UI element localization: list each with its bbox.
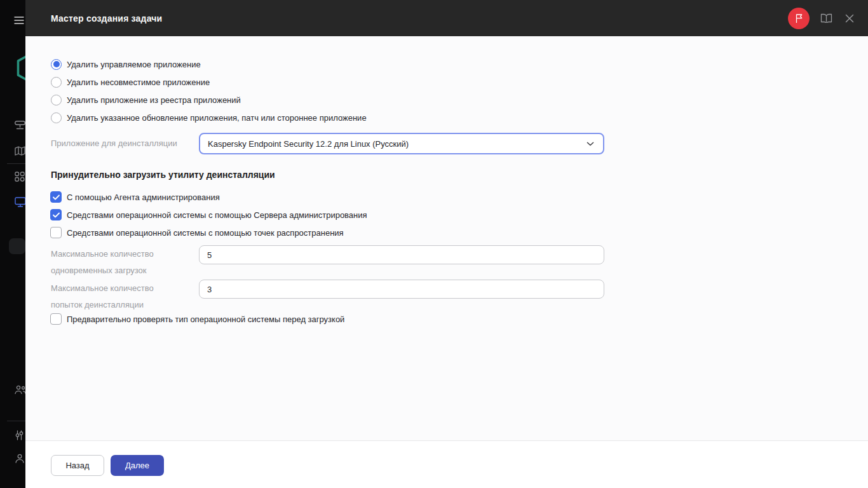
- radio-option-managed-app[interactable]: Удалить управляемое приложение: [51, 55, 201, 73]
- close-icon: [845, 14, 854, 23]
- checkbox-label: Средствами операционной системы с помощь…: [67, 228, 344, 238]
- max-attempts-input[interactable]: [199, 280, 604, 299]
- checkbox-network-agent[interactable]: С помощью Агента администрирования: [50, 188, 220, 206]
- app-select-dropdown[interactable]: Kaspersky Endpoint Security 12.2 для Lin…: [199, 133, 604, 154]
- sidebar-divider: [7, 163, 25, 164]
- whats-new-flag-button[interactable]: [788, 8, 810, 29]
- next-button[interactable]: Далее: [111, 455, 164, 476]
- max-downloads-label: Максимальное количество одновременных за…: [51, 246, 168, 279]
- sliders-icon[interactable]: [15, 430, 24, 443]
- radio-icon: [51, 95, 62, 105]
- close-button[interactable]: [843, 11, 857, 25]
- monitoring-icon[interactable]: [15, 120, 25, 132]
- check-icon: [53, 212, 60, 218]
- wizard-footer: Назад Далее: [25, 440, 868, 488]
- active-nav-highlight: [9, 238, 25, 254]
- dialog-header: Мастер создания задачи: [25, 0, 868, 36]
- kaspersky-logo: [17, 52, 25, 86]
- checkbox-icon: [50, 227, 62, 238]
- force-section-title: Принудительно загрузить утилиту деинстал…: [51, 170, 275, 180]
- checkbox-os-distribution-points[interactable]: Средствами операционной системы с помощь…: [50, 224, 344, 241]
- radio-option-registry-app[interactable]: Удалить приложение из реестра приложений: [51, 91, 241, 109]
- help-book-button[interactable]: [819, 11, 833, 25]
- apps-grid-icon[interactable]: [15, 172, 25, 184]
- wizard-body: Удалить управляемое приложение Удалить н…: [25, 36, 868, 488]
- back-button[interactable]: Назад: [51, 455, 104, 476]
- chevron-down-icon: [587, 142, 594, 146]
- check-icon: [53, 194, 60, 200]
- user-icon[interactable]: [15, 454, 25, 466]
- task-wizard-dialog: Мастер создания задачи Удалить управляем…: [25, 0, 868, 488]
- dialog-title: Мастер создания задачи: [51, 13, 162, 24]
- book-icon: [820, 13, 832, 23]
- app-select-value: Kaspersky Endpoint Security 12.2 для Lin…: [208, 139, 409, 149]
- radio-label: Удалить управляемое приложение: [67, 60, 201, 69]
- checkbox-os-admin-server[interactable]: Средствами операционной системы с помощь…: [50, 206, 367, 224]
- radio-option-update-patch[interactable]: Удалить указанное обновление приложения,…: [51, 109, 367, 126]
- radio-icon: [51, 59, 62, 70]
- app-sidebar: [0, 0, 25, 488]
- checkbox-verify-os-type[interactable]: Предварительно проверять тип операционно…: [50, 310, 344, 328]
- radio-option-incompatible-app[interactable]: Удалить несовместимое приложение: [51, 73, 210, 91]
- checkbox-label: Средствами операционной системы с помощь…: [67, 210, 367, 220]
- radio-label: Удалить несовместимое приложение: [67, 78, 210, 87]
- checkbox-icon: [50, 313, 62, 325]
- app-select-label: Приложение для деинсталляции: [51, 135, 197, 152]
- max-downloads-input[interactable]: [199, 245, 604, 264]
- flag-icon: [794, 13, 804, 24]
- menu-icon[interactable]: [14, 15, 24, 27]
- checkbox-label: С помощью Агента администрирования: [67, 193, 220, 202]
- users-icon[interactable]: [15, 385, 25, 397]
- devices-icon[interactable]: [15, 197, 25, 210]
- radio-icon: [51, 77, 62, 88]
- radio-label: Удалить указанное обновление приложения,…: [67, 113, 367, 123]
- checkbox-icon: [50, 209, 62, 220]
- checkbox-label: Предварительно проверять тип операционно…: [67, 315, 344, 324]
- max-attempts-label: Максимальное количество попыток деинстал…: [51, 280, 168, 313]
- sidebar-divider: [7, 421, 25, 421]
- radio-icon: [51, 112, 62, 123]
- radio-label: Удалить приложение из реестра приложений: [67, 95, 241, 105]
- checkbox-icon: [50, 191, 62, 203]
- header-actions: [788, 0, 857, 36]
- map-icon[interactable]: [15, 146, 25, 158]
